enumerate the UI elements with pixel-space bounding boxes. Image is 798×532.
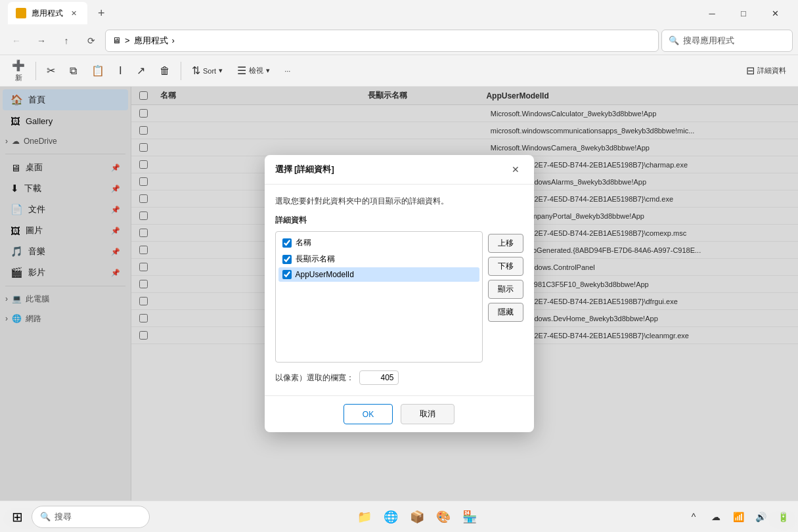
new-button[interactable]: ➕ 新	[5, 58, 32, 84]
close-button[interactable]: ✕	[760, 3, 790, 24]
delete-icon: 🗑	[160, 65, 170, 77]
sort-chevron-icon: ▾	[219, 66, 223, 75]
search-icon: 🔍	[669, 35, 679, 45]
item-checkbox[interactable]	[282, 238, 292, 248]
new-label: 新	[15, 73, 22, 83]
details-label: 詳細資料	[757, 66, 786, 76]
item-checkbox[interactable]	[282, 255, 292, 264]
dialog-footer: OK 取消	[265, 395, 534, 432]
tab-folder-icon	[16, 8, 26, 18]
more-label: ···	[284, 67, 290, 75]
tab-close-button[interactable]: ✕	[68, 8, 79, 19]
volume-tray-icon[interactable]: 🔊	[751, 507, 770, 527]
view-icon: ☰	[237, 64, 246, 77]
forward-button[interactable]: →	[30, 30, 53, 52]
taskbar-icon-paint[interactable]: 🎨	[432, 505, 455, 529]
view-label: 檢視	[249, 66, 263, 76]
taskbar-icon-folder[interactable]: 📁	[353, 505, 376, 529]
details-pane-icon: ⊟	[746, 64, 755, 77]
search-text: 搜尋應用程式	[683, 35, 734, 47]
list-item[interactable]: AppUserModelId	[278, 267, 479, 282]
cancel-button[interactable]: 取消	[401, 404, 454, 424]
item-label: 長顯示名稱	[296, 254, 335, 265]
rename-button[interactable]: Ⅰ	[112, 58, 129, 84]
ok-button[interactable]: OK	[344, 404, 393, 424]
title-bar: 應用程式 ✕ + ─ □ ✕	[0, 0, 798, 26]
dialog-close-button[interactable]: ✕	[508, 163, 523, 176]
hide-button[interactable]: 隱藏	[488, 303, 523, 322]
navigation-bar: ← → ↑ ⟳ 🖥 > 應用程式 › 🔍 搜尋應用程式	[0, 26, 798, 55]
maximize-button[interactable]: □	[728, 3, 759, 24]
taskbar-icon-shop[interactable]: 🏪	[458, 505, 481, 529]
rename-icon: Ⅰ	[119, 64, 122, 77]
taskbar: ⊞ 🔍 搜尋 📁 🌐 📦 🎨 🏪 ^ ☁ 📶 🔊 🔋	[0, 500, 798, 532]
address-path: 應用程式	[134, 35, 168, 47]
sort-button[interactable]: ⇅ Sort ▾	[185, 58, 229, 84]
taskbar-right: ^ ☁ 📶 🔊 🔋	[684, 507, 793, 527]
cut-icon: ✂	[47, 64, 55, 77]
minimize-button[interactable]: ─	[697, 3, 727, 24]
dialog-overlay: 選擇 [詳細資料] ✕ 選取您要針對此資料夾中的項目顯示的詳細資料。 詳細資料 …	[0, 87, 798, 500]
network-tray-icon[interactable]: 📶	[728, 507, 748, 527]
address-pc-icon: 🖥	[112, 35, 121, 45]
taskbar-icon-store[interactable]: 📦	[405, 505, 429, 529]
cut-button[interactable]: ✂	[40, 58, 62, 84]
dialog-checklist[interactable]: 名稱長顯示名稱AppUserModelId	[275, 231, 483, 363]
dialog-title: 選擇 [詳細資料]	[275, 164, 334, 175]
dialog-content-row: 名稱長顯示名稱AppUserModelId 上移 下移 顯示 隱藏	[275, 231, 523, 363]
item-checkbox[interactable]	[282, 270, 292, 279]
item-label: AppUserModelId	[296, 270, 354, 279]
title-bar-left: 應用程式 ✕ +	[8, 2, 109, 24]
move-down-button[interactable]: 下移	[488, 257, 523, 276]
toolbar-separator-2	[181, 62, 181, 80]
sort-icon: ⇅	[192, 64, 200, 77]
choose-details-dialog: 選擇 [詳細資料] ✕ 選取您要針對此資料夾中的項目顯示的詳細資料。 詳細資料 …	[265, 155, 534, 432]
onedrive-tray-icon[interactable]: ☁	[706, 507, 726, 527]
system-tray-expand[interactable]: ^	[684, 507, 703, 527]
taskbar-icon-edge[interactable]: 🌐	[379, 505, 403, 529]
view-chevron-icon: ▾	[266, 66, 270, 75]
new-icon: ➕	[12, 59, 25, 72]
list-item[interactable]: 長顯示名稱	[278, 251, 479, 267]
taskbar-search-label: 搜尋	[55, 511, 72, 523]
address-separator: >	[125, 35, 130, 45]
paste-button[interactable]: 📋	[85, 58, 111, 84]
share-icon: ↗	[137, 64, 145, 77]
new-tab-button[interactable]: +	[94, 7, 109, 20]
dialog-section-label: 詳細資料	[275, 215, 523, 226]
width-input[interactable]	[359, 370, 399, 385]
list-item[interactable]: 名稱	[278, 234, 479, 251]
refresh-button[interactable]: ⟳	[80, 30, 102, 52]
up-button[interactable]: ↑	[55, 30, 78, 52]
view-button[interactable]: ☰ 檢視 ▾	[231, 58, 277, 84]
address-arrow: ›	[172, 35, 175, 45]
window-controls: ─ □ ✕	[697, 3, 790, 24]
dialog-width-row: 以像素）選取的欄寬：	[275, 370, 523, 385]
more-button[interactable]: ···	[278, 58, 297, 84]
search-bar[interactable]: 🔍 搜尋應用程式	[661, 30, 793, 52]
active-tab[interactable]: 應用程式 ✕	[8, 2, 87, 24]
tab-label: 應用程式	[32, 8, 63, 19]
dialog-description: 選取您要針對此資料夾中的項目顯示的詳細資料。	[275, 195, 523, 207]
sort-label: Sort	[203, 67, 216, 75]
back-button[interactable]: ←	[5, 30, 28, 52]
details-pane-button[interactable]: ⊟ 詳細資料	[740, 58, 793, 84]
move-up-button[interactable]: 上移	[488, 234, 523, 253]
battery-tray-icon[interactable]: 🔋	[773, 507, 793, 527]
delete-button[interactable]: 🗑	[153, 58, 177, 84]
paste-icon: 📋	[91, 64, 104, 77]
copy-button[interactable]: ⧉	[63, 58, 83, 84]
address-bar[interactable]: 🖥 > 應用程式 ›	[105, 30, 659, 52]
show-button[interactable]: 顯示	[488, 280, 523, 299]
start-button[interactable]: ⊞	[5, 505, 29, 529]
dialog-title-bar: 選擇 [詳細資料] ✕	[265, 155, 534, 185]
taskbar-search[interactable]: 🔍 搜尋	[32, 506, 150, 528]
toolbar-separator-1	[35, 62, 36, 80]
share-button[interactable]: ↗	[130, 58, 152, 84]
item-label: 名稱	[296, 237, 311, 248]
dialog-side-buttons: 上移 下移 顯示 隱藏	[488, 231, 523, 363]
taskbar-center: 📁 🌐 📦 🎨 🏪	[152, 505, 681, 529]
width-label: 以像素）選取的欄寬：	[275, 372, 354, 384]
taskbar-search-icon: 🔍	[40, 512, 51, 521]
toolbar: ➕ 新 ✂ ⧉ 📋 Ⅰ ↗ 🗑 ⇅ Sort ▾ ☰ 檢視 ▾ ··· ⊟ 詳細…	[0, 55, 798, 87]
